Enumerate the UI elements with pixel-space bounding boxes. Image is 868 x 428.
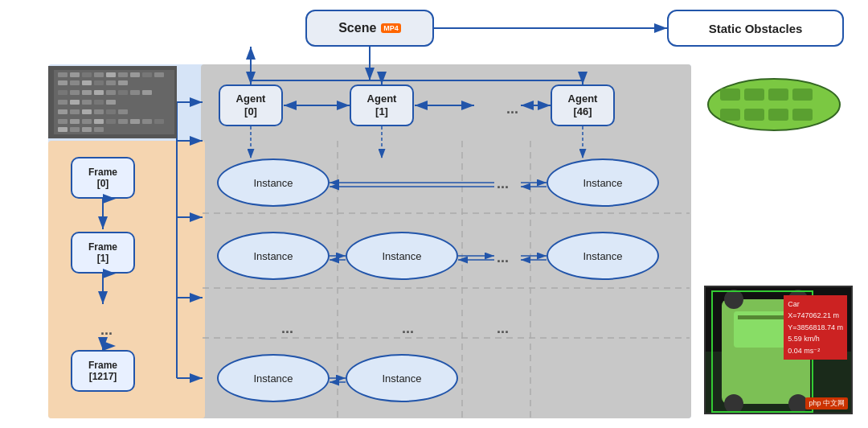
svg-rect-81: [106, 109, 116, 114]
svg-point-113: [788, 394, 808, 414]
svg-rect-77: [58, 109, 68, 114]
car-speed: 5.59 km/h: [788, 335, 820, 343]
svg-rect-51: [82, 72, 92, 77]
svg-rect-91: [154, 119, 164, 124]
svg-rect-78: [70, 109, 80, 114]
svg-rect-74: [82, 100, 92, 105]
svg-rect-84: [70, 119, 80, 124]
svg-rect-49: [58, 72, 68, 77]
svg-rect-50: [70, 72, 80, 77]
svg-rect-79: [82, 109, 92, 114]
svg-rect-101: [720, 109, 740, 121]
svg-rect-66: [82, 90, 92, 95]
svg-rect-60: [82, 80, 92, 85]
agent-dots: ...: [506, 101, 518, 117]
car-detection-box: Car X=747062.21 m Y=3856818.74 m 5.59 km…: [704, 286, 853, 414]
car-detection-inner: Car X=747062.21 m Y=3856818.74 m 5.59 km…: [706, 287, 851, 413]
instance-r1-c0: Instance: [217, 232, 330, 280]
svg-rect-90: [142, 119, 152, 124]
scene-box: Scene MP4: [305, 10, 434, 47]
svg-rect-59: [70, 80, 80, 85]
svg-rect-63: [118, 80, 128, 85]
svg-point-110: [724, 290, 743, 309]
instance-r0-c2: Instance: [547, 158, 659, 207]
svg-rect-67: [94, 90, 104, 95]
svg-rect-83: [58, 119, 68, 124]
car-info-label: Car X=747062.21 m Y=3856818.74 m 5.59 km…: [784, 295, 847, 360]
static-obstacles-label: Static Obstacles: [709, 22, 803, 35]
svg-rect-58: [58, 80, 68, 85]
svg-rect-69: [118, 90, 128, 95]
svg-rect-86: [94, 119, 104, 124]
svg-rect-68: [106, 90, 116, 95]
frame-vdots: ...: [100, 322, 113, 339]
svg-rect-52: [94, 72, 104, 77]
svg-rect-87: [106, 119, 116, 124]
svg-rect-54: [118, 72, 128, 77]
scene-label: Scene: [338, 21, 376, 35]
svg-rect-100: [792, 88, 813, 101]
row1-dots: ...: [497, 249, 509, 266]
car-accel: 0.04 ms⁻²: [788, 347, 820, 355]
svg-point-111: [724, 394, 743, 414]
svg-rect-57: [154, 72, 164, 77]
aerial-photo: [48, 66, 177, 138]
instance-r1-c1: Instance: [346, 232, 458, 280]
svg-rect-85: [82, 119, 92, 124]
svg-rect-76: [106, 100, 116, 105]
svg-rect-102: [744, 109, 764, 121]
aerial-photo-svg: [50, 66, 175, 138]
svg-rect-80: [94, 109, 104, 114]
col2-vdots: ...: [497, 320, 509, 337]
svg-rect-88: [118, 119, 128, 124]
svg-rect-103: [768, 109, 788, 121]
svg-rect-104: [792, 109, 813, 121]
agent-box-n: Agent[46]: [551, 84, 615, 126]
svg-rect-93: [70, 127, 80, 132]
car-topview-svg: [704, 72, 845, 137]
svg-rect-72: [58, 100, 68, 105]
svg-rect-75: [94, 100, 104, 105]
frame-box-last: Frame[1217]: [71, 350, 135, 392]
php-watermark: php 中文网: [805, 397, 848, 409]
mp4-badge: MP4: [381, 23, 401, 33]
svg-rect-56: [142, 72, 152, 77]
svg-rect-95: [94, 127, 104, 132]
svg-rect-99: [768, 88, 788, 101]
svg-rect-71: [142, 90, 152, 95]
car-topview: [704, 72, 845, 137]
car-type: Car: [788, 300, 800, 308]
col0-vdots: ...: [281, 320, 293, 337]
instance-r2-c0: Instance: [217, 354, 330, 402]
svg-rect-62: [106, 80, 116, 85]
agent-box-1: Agent[1]: [350, 84, 414, 126]
svg-rect-55: [130, 72, 140, 77]
svg-rect-82: [118, 109, 128, 114]
diagram-container: Scene MP4 Static Obstacles Agent[0] Agen…: [0, 0, 868, 428]
instance-r1-c2: Instance: [547, 232, 659, 280]
svg-rect-94: [82, 127, 92, 132]
svg-rect-73: [70, 100, 80, 105]
row0-dots: ...: [497, 175, 509, 192]
static-obstacles-box: Static Obstacles: [667, 10, 844, 47]
svg-rect-92: [58, 127, 68, 132]
svg-rect-97: [720, 88, 740, 101]
frame-box-0: Frame[0]: [71, 157, 135, 199]
svg-rect-70: [130, 90, 140, 95]
instance-r2-c1: Instance: [346, 354, 458, 402]
agent-box-0: Agent[0]: [219, 84, 283, 126]
svg-rect-89: [130, 119, 140, 124]
svg-rect-98: [744, 88, 764, 101]
svg-rect-65: [70, 90, 80, 95]
svg-rect-64: [58, 90, 68, 95]
col1-vdots: ...: [402, 320, 414, 337]
svg-rect-53: [106, 72, 116, 77]
car-y: Y=3856818.74 m: [788, 323, 843, 331]
svg-rect-61: [94, 80, 104, 85]
svg-point-96: [708, 79, 840, 130]
frame-box-1: Frame[1]: [71, 232, 135, 274]
car-x: X=747062.21 m: [788, 311, 839, 319]
instance-r0-c0: Instance: [217, 158, 330, 207]
